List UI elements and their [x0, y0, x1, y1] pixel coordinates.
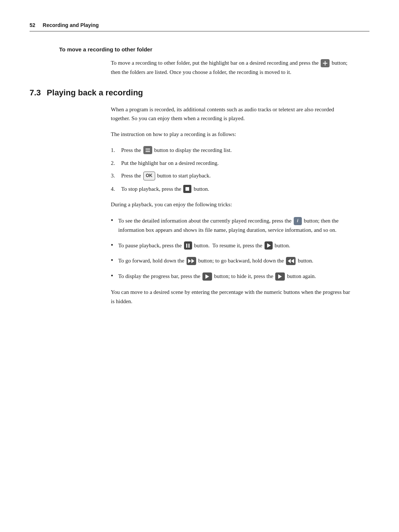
step-4: 4. To stop playback, press the button.: [111, 184, 355, 194]
trick-4-text: To display the progress bar, press the b…: [118, 272, 355, 281]
steps-list: 1. Press the button to display the recor…: [111, 146, 355, 194]
page: 52 Recording and Playing To move a recor…: [0, 0, 399, 532]
trick-1: • To see the detailed information about …: [111, 216, 355, 235]
intro-para-1: When a program is recorded, its addition…: [111, 105, 355, 123]
trick-4: • To display the progress bar, press the…: [111, 271, 355, 281]
trick-3-text: To go forward, hold down the button; to …: [118, 256, 355, 265]
step-2-num: 2.: [111, 159, 121, 168]
section-title: Playing back a recording: [47, 88, 143, 97]
nav-right-button-icon: [202, 272, 212, 281]
section-7-3-heading-container: 7.3Playing back a recording: [30, 88, 369, 98]
rew-button-icon: [286, 257, 296, 265]
step-2: 2. Put the highlight bar on a desired re…: [111, 159, 355, 168]
step-3-text: Press the OK button to start playback.: [121, 171, 211, 180]
ok-button-icon: OK: [143, 172, 155, 180]
step-2-text: Put the highlight bar on a desired recor…: [121, 159, 219, 168]
step-3: 3. Press the OK button to start playback…: [111, 171, 355, 180]
play-button-icon: [265, 241, 273, 250]
trick-2-text: To pause playback, press the button. To …: [118, 241, 355, 250]
nav-right2-button-icon: [275, 272, 285, 281]
intro-para-2: The instruction on how to play a recordi…: [111, 130, 355, 139]
trick-3: • To go forward, hold down the button; t…: [111, 256, 355, 265]
step-3-num: 3.: [111, 171, 121, 180]
move-section-body: To move a recording to other folder, put…: [111, 58, 355, 77]
move-button-icon: [321, 59, 330, 67]
bullet-3: •: [111, 256, 118, 265]
section-heading: 7.3Playing back a recording: [30, 88, 143, 97]
chapter-title: Recording and Playing: [43, 22, 99, 28]
bullet-4: •: [111, 271, 118, 281]
trick-2: • To pause playback, press the button. T…: [111, 241, 355, 250]
step-4-text: To stop playback, press the button.: [121, 184, 209, 194]
bullet-1: •: [111, 216, 118, 225]
section-number: 7.3: [30, 88, 41, 97]
pause-button-icon: [184, 241, 192, 250]
menu-button-icon: [143, 146, 152, 154]
ffwd-button-icon: [187, 257, 196, 265]
closing-text: You can move to a desired scene by enter…: [111, 288, 355, 306]
page-number: 52: [30, 22, 35, 28]
step-1-num: 1.: [111, 146, 121, 155]
step-4-num: 4.: [111, 184, 121, 194]
page-header: 52 Recording and Playing: [30, 22, 369, 31]
step-1-text: Press the button to display the recordin…: [121, 146, 232, 155]
bullet-2: •: [111, 241, 118, 250]
during-playback-intro: During a playback, you can enjoy the fol…: [111, 200, 355, 209]
stop-button-icon: [183, 185, 191, 193]
move-section-heading: To move a recording to other folder: [59, 46, 369, 52]
step-1: 1. Press the button to display the recor…: [111, 146, 355, 155]
info-button-icon: i: [294, 217, 302, 225]
tricks-list: • To see the detailed information about …: [111, 216, 355, 281]
trick-1-text: To see the detailed information about th…: [118, 216, 355, 235]
